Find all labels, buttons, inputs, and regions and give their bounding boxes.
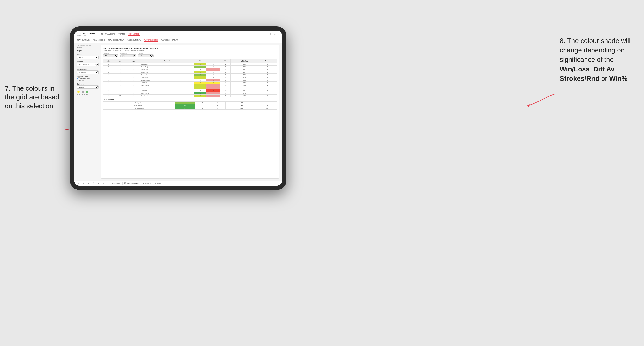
table-row: 311 Esther Lee 1 0 1 1.50 4 — [103, 63, 277, 66]
sub-nav-player-h2h-grid[interactable]: PLAYER H2H GRID — [144, 39, 158, 42]
conference-filter-select[interactable]: (All) — [120, 54, 136, 57]
gender-section: Gender Women's — [77, 53, 99, 59]
table-row: 521 Alexis Sudjianto 1 0 0 4.00 3 — [103, 66, 277, 68]
colour-by-select[interactable]: Win/loss — [77, 85, 99, 89]
opponent-filter-select[interactable]: (All) — [138, 54, 154, 57]
sub-nav: TEAM SUMMARY TEAM H2H GRID TEAM H2H HEAT… — [74, 38, 282, 43]
tablet-screen: SCOREBOARD Powered by clippd TOURNAMENTS… — [74, 31, 282, 186]
radio-top100[interactable]: Top 100 — [77, 80, 99, 81]
nav-right: ⤴ Sign out — [270, 33, 279, 35]
table-row: 1474 Eunice Yi 2 2 0 0.38 9 — [103, 82, 277, 84]
sub-nav-player-summary[interactable]: PLAYER SUMMARY — [127, 39, 141, 42]
division-record-value: 331 - 34 - 6 — [136, 50, 144, 51]
table-row: 1822 Euna Lee 0 2 0 -5.00 2 — [103, 89, 277, 92]
division-section: Division NCAA Division III — [77, 61, 99, 66]
main-content: Last Updated: 27/03/2024 16:55:38 Player… — [74, 43, 282, 180]
paste-button[interactable]: ⊕ — [97, 182, 100, 185]
filter-opponents: Opponents: (All) — [103, 53, 118, 57]
opponents-filter-select[interactable]: (All) — [103, 54, 118, 57]
table-row: NCAA Division 2 5 0 0 7.400 10 — [103, 107, 277, 110]
legend-label-up: Up — [86, 94, 88, 95]
grid-records: Overall Record: 353 - 34 - 6 Division Re… — [103, 50, 277, 51]
table-row: 19106 Emily Chang 4 1 0 0.30 11 — [103, 92, 277, 95]
col-loss: Loss — [206, 59, 220, 63]
table-row: 914 Sharon Mun 1 0 0 3.67 3 — [103, 71, 277, 74]
right-content: Katelyn Vo Head-to-Head Grid for Women's… — [101, 45, 279, 179]
overall-record-value: 353 - 34 - 6 — [113, 50, 120, 51]
undo-button[interactable]: ↩ — [77, 182, 80, 185]
annotation-line3: on this selection — [5, 102, 53, 110]
nav-teams[interactable]: TEAMS — [118, 33, 125, 36]
watch-label: Watch — [145, 182, 149, 184]
annotation-arrow-right — [522, 91, 558, 111]
sub-nav-team-h2h-grid[interactable]: TEAM H2H GRID — [93, 39, 105, 42]
logo-sub: Powered by clippd — [77, 35, 95, 36]
last-updated: Last Updated: 27/03/2024 16:55:38 — [77, 45, 99, 48]
table-row: Foreign Team 1 0 0 4.500 2 — [103, 102, 277, 104]
save-icon: 💾 — [124, 182, 126, 184]
h2h-table: #Div #Reg #Conf Opponent Win Loss Tie Di… — [103, 59, 277, 97]
toolbar-separator-3 — [141, 182, 141, 185]
annotation-line1: 7. The colours in — [5, 85, 55, 92]
col-opponent: Opponent — [140, 59, 194, 63]
player-rank-label: Player (Rank) — [77, 68, 99, 70]
bottom-toolbar: ↩ ↻ ↩ ⎘ ⊕ ↺ 👁 View: Original 💾 Save Cust… — [74, 180, 282, 186]
back-button[interactable]: ↩ — [87, 182, 90, 185]
view-original-action[interactable]: 👁 View: Original — [109, 182, 120, 184]
opponent-view-label: Opponent view — [77, 76, 99, 77]
annotation-line2: the grid are based — [5, 93, 59, 101]
toolbar-separator-2 — [122, 182, 122, 185]
player-rank-select[interactable]: 8. Katelyn Vo — [77, 70, 99, 74]
sub-nav-team-h2h-heatmap[interactable]: TEAM H2H HEATMAP — [108, 39, 124, 42]
nav-sign-in[interactable]: Sign out — [273, 33, 279, 35]
sub-nav-team-summary[interactable]: TEAM SUMMARY — [77, 39, 90, 42]
redo-button[interactable]: ↻ — [82, 182, 85, 185]
table-row: 20117 Federica Domecq Lacroze 2 1 0 1.33… — [103, 95, 277, 97]
radio-opponents-played[interactable]: Opponents Played — [77, 78, 99, 79]
legend-down: Down — [77, 91, 80, 95]
gender-select[interactable]: Women's — [77, 55, 99, 59]
watch-action[interactable]: 👁 Watch ▾ — [143, 182, 151, 184]
save-custom-action[interactable]: 💾 Save Custom View — [124, 182, 139, 184]
nav-committee[interactable]: COMMITTEE — [128, 33, 140, 36]
col-rounds: Rounds — [258, 59, 277, 63]
opponent-filter-label: Opponent — [138, 53, 154, 54]
player-label: Player — [77, 50, 99, 51]
last-updated-time: 16:55:38 — [77, 46, 82, 48]
nav-bar: SCOREBOARD Powered by clippd TOURNAMENTS… — [74, 31, 282, 38]
tablet-frame: SCOREBOARD Powered by clippd TOURNAMENTS… — [70, 26, 286, 190]
overall-record-label: Overall Record: — [103, 50, 113, 51]
legend-dot-up — [86, 91, 88, 93]
view-original-label: View: Original — [112, 182, 120, 184]
grid-title: Katelyn Vo Head-to-Head Grid for Women's… — [103, 47, 277, 49]
table-row: 1631 Jessica Mason 1 2 0 -0.94 — [103, 87, 277, 89]
watch-chevron: ▾ — [150, 182, 151, 184]
copy-button[interactable]: ⎘ — [92, 182, 95, 184]
share-action[interactable]: ↗ Share — [155, 182, 160, 184]
legend-level: Level — [82, 91, 84, 95]
division-select[interactable]: NCAA Division III — [77, 63, 99, 66]
table-row: 1113 Heejo Hyun 1 0 0 3.33 3 — [103, 76, 277, 79]
table-row: 1063 Andrea York 2 0 0 4.00 4 — [103, 74, 277, 76]
legend-label-level: Level — [82, 94, 84, 95]
filters-row: Opponents: (All) Conference (All) Oppone… — [103, 53, 277, 57]
legend-up: Up — [86, 91, 88, 95]
col-diff: Diff AvStrokes/Rnd — [231, 59, 258, 63]
save-custom-label: Save Custom View — [127, 182, 139, 184]
nav-tournaments[interactable]: TOURNAMENTS — [101, 33, 115, 36]
colour-section: Colour by Win/loss — [77, 83, 99, 89]
refresh-button[interactable]: ↺ — [102, 182, 105, 185]
col-win: Win — [194, 59, 206, 63]
colour-by-label: Colour by — [77, 83, 99, 85]
logo-text: SCOREBOARD — [77, 32, 95, 35]
nav-sign-in-icon: ⤴ — [270, 33, 271, 35]
sub-nav-player-h2h-heatmap[interactable]: PLAYER H2H HEATMAP — [161, 39, 178, 42]
overall-record: Overall Record: 353 - 34 - 6 — [103, 50, 120, 51]
legend-label-down: Down — [77, 94, 80, 95]
player-rank-section: Player (Rank) 8. Katelyn Vo — [77, 68, 99, 74]
annotation-right: 8. The colour shade will change dependin… — [560, 36, 637, 83]
logo-area: SCOREBOARD Powered by clippd — [77, 32, 95, 36]
legend: Down Level Up — [77, 91, 99, 95]
division-label: Division — [77, 61, 99, 62]
table-row: 1311 Jessica Huang 0 1 2 -3.00 2 — [103, 79, 277, 82]
